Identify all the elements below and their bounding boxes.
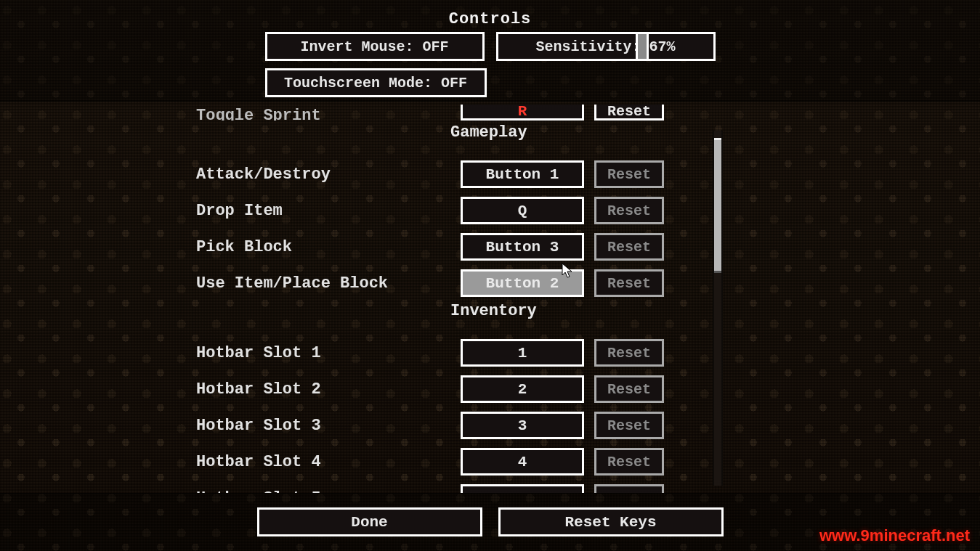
keybind-row: Hotbar Slot 11Reset bbox=[196, 335, 718, 370]
top-options: Invert Mouse: OFF Sensitivity: 67% Touch… bbox=[265, 32, 716, 105]
row-label: Attack/Destroy bbox=[196, 166, 450, 184]
reset-button[interactable]: Reset bbox=[594, 160, 664, 188]
sensitivity-slider[interactable]: Sensitivity: 67% bbox=[496, 32, 716, 61]
row-label: Toggle Sprint bbox=[196, 107, 450, 121]
touchscreen-mode-button[interactable]: Touchscreen Mode: OFF bbox=[265, 68, 487, 97]
row-label: Pick Block bbox=[196, 238, 450, 256]
reset-button[interactable]: Reset bbox=[594, 484, 664, 493]
keybind-row: Hotbar Slot 55Reset bbox=[196, 481, 718, 493]
page-title: Controls bbox=[0, 10, 980, 28]
spacer bbox=[498, 68, 716, 97]
keybind-row: Use Item/Place BlockButton 2Reset bbox=[196, 266, 718, 301]
sensitivity-label: Sensitivity: 67% bbox=[535, 38, 675, 55]
keybind-list: Toggle Sprint R Reset GameplayAttack/Des… bbox=[196, 102, 718, 493]
invert-mouse-button[interactable]: Invert Mouse: OFF bbox=[265, 32, 485, 61]
row-label: Hotbar Slot 4 bbox=[196, 453, 450, 471]
row-label: Drop Item bbox=[196, 202, 450, 220]
category-label: Gameplay bbox=[450, 123, 718, 142]
keybind-row: Attack/DestroyButton 1Reset bbox=[196, 157, 718, 192]
keybind-row: Drop ItemQReset bbox=[196, 193, 718, 228]
scrollbar-track[interactable] bbox=[713, 131, 723, 486]
key-button[interactable]: Button 1 bbox=[461, 160, 584, 188]
reset-button[interactable]: Reset bbox=[594, 448, 664, 476]
reset-button[interactable]: Reset bbox=[594, 269, 664, 297]
key-button[interactable]: R bbox=[461, 105, 584, 121]
keybind-row: Hotbar Slot 33Reset bbox=[196, 408, 718, 443]
keybind-row: Hotbar Slot 44Reset bbox=[196, 444, 718, 479]
reset-button[interactable]: Reset bbox=[594, 339, 664, 367]
category-label: Inventory bbox=[450, 302, 718, 320]
row-label: Hotbar Slot 1 bbox=[196, 344, 450, 362]
category-header: Inventory bbox=[196, 302, 718, 334]
reset-keys-button[interactable]: Reset Keys bbox=[498, 507, 724, 536]
sensitivity-thumb[interactable] bbox=[636, 32, 649, 61]
category-header: Gameplay bbox=[196, 123, 718, 155]
key-button[interactable]: 4 bbox=[461, 448, 584, 476]
row-label: Use Item/Place Block bbox=[196, 274, 450, 293]
scrollbar-thumb[interactable] bbox=[714, 138, 721, 273]
watermark: www.9minecraft.net bbox=[819, 526, 970, 545]
keybind-row: Hotbar Slot 22Reset bbox=[196, 372, 718, 407]
reset-button[interactable]: Reset bbox=[594, 375, 664, 403]
key-button[interactable]: 1 bbox=[461, 339, 584, 367]
reset-button[interactable]: Reset bbox=[594, 412, 664, 439]
row-label: Hotbar Slot 3 bbox=[196, 417, 450, 435]
row-label: Hotbar Slot 2 bbox=[196, 380, 450, 399]
key-button[interactable]: Button 2 bbox=[461, 269, 584, 297]
footer-buttons: Done Reset Keys bbox=[257, 507, 724, 536]
key-button[interactable]: 5 bbox=[461, 484, 584, 493]
done-button[interactable]: Done bbox=[257, 507, 482, 536]
key-button[interactable]: 3 bbox=[461, 412, 584, 439]
reset-button[interactable]: Reset bbox=[594, 233, 664, 261]
partial-row-top: Toggle Sprint R Reset bbox=[196, 102, 718, 121]
keybind-row: Pick BlockButton 3Reset bbox=[196, 229, 718, 264]
reset-button[interactable]: Reset bbox=[594, 197, 664, 224]
key-button[interactable]: 2 bbox=[461, 375, 584, 403]
reset-button[interactable]: Reset bbox=[594, 105, 664, 121]
key-button[interactable]: Q bbox=[461, 197, 584, 224]
key-button[interactable]: Button 3 bbox=[461, 233, 584, 261]
